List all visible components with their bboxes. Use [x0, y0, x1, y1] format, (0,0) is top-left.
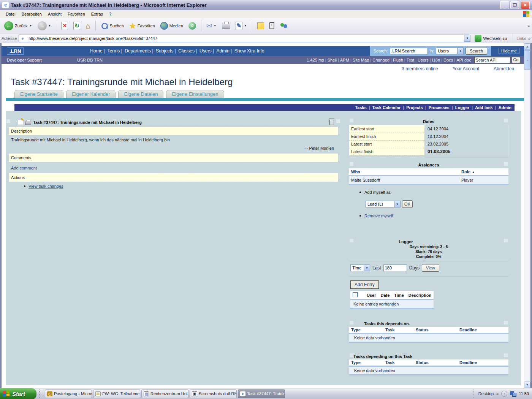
lrn-search-input[interactable]	[390, 48, 428, 54]
nav-home[interactable]: Home	[90, 48, 107, 54]
menu-ansicht[interactable]: Ansicht	[45, 11, 64, 17]
menu-hilfe[interactable]: ?	[106, 11, 114, 17]
messenger-button[interactable]	[278, 21, 290, 30]
nav-terms[interactable]: Terms	[107, 48, 125, 54]
ctx-processes[interactable]: Processes	[429, 105, 455, 110]
search-button-toolbar[interactable]: Suchen	[99, 21, 126, 31]
nav-classes[interactable]: Classes	[178, 48, 200, 54]
your-account-link[interactable]: Your Account	[453, 66, 479, 71]
developer-support-label[interactable]: Developer Support	[7, 58, 77, 62]
scroll-up-button[interactable]: ▲	[524, 43, 530, 50]
ctx-task-calendar[interactable]: Task Calendar	[372, 105, 406, 110]
search-scope-select[interactable]: Users ▼	[436, 48, 464, 54]
hide-tray-icons-button[interactable]: ‹	[501, 391, 507, 397]
links-label[interactable]: Links	[516, 36, 526, 41]
members-online[interactable]: 3 members online	[402, 66, 438, 71]
mail-button[interactable]: ✉▼	[204, 21, 218, 30]
scroll-thumb[interactable]: ≡	[524, 50, 530, 70]
tab-eigene-dateien[interactable]: Eigene Dateien	[118, 90, 163, 98]
back-dropdown-icon[interactable]: ▼	[29, 24, 32, 27]
dev-users[interactable]: Users	[418, 58, 432, 62]
dev-i18n[interactable]: I18n	[432, 58, 443, 62]
minimize-button[interactable]: _	[500, 1, 509, 9]
taskbar-button-document[interactable]: ▤ Rechenzentrum Uni K...	[141, 390, 188, 398]
links-chevron[interactable]: »	[528, 36, 530, 41]
dev-docs[interactable]: Docs	[443, 58, 456, 62]
url-dropdown-button[interactable]: ▼	[464, 35, 470, 42]
taskbar-button-mail[interactable]: ✉ FW: WG: Teilnahme v...	[93, 390, 140, 398]
dev-shell[interactable]: Shell	[328, 58, 340, 62]
ctx-logger[interactable]: Logger	[455, 105, 475, 110]
role-select[interactable]: Lead (L) ▼	[366, 201, 401, 207]
view-task-changes-link[interactable]: View task changes	[28, 184, 63, 188]
print-button[interactable]	[220, 22, 232, 30]
remove-myself-link[interactable]: Remove myself	[364, 214, 393, 218]
desktop-chevron[interactable]: »	[496, 391, 499, 396]
scroll-down-button[interactable]: ▼	[524, 382, 530, 388]
dev-changed[interactable]: Changed	[372, 58, 393, 62]
ok-button[interactable]: OK	[402, 200, 413, 208]
col-deadline[interactable]: Deadline	[457, 359, 508, 366]
view-button[interactable]: View	[422, 264, 439, 272]
ctx-admin[interactable]: Admin	[499, 105, 511, 110]
dev-flush[interactable]: Flush	[393, 58, 407, 62]
api-go-button[interactable]: Go	[511, 57, 520, 63]
taskbar-button-ie-task[interactable]: e Task #37447: Trainin...	[238, 390, 285, 398]
nav-admin[interactable]: Admin	[217, 48, 234, 54]
edit-button[interactable]: ✎▼	[234, 21, 249, 31]
ctx-tasks[interactable]: Tasks	[355, 105, 372, 110]
stop-button[interactable]: ✕	[59, 21, 70, 31]
last-days-input[interactable]	[383, 264, 407, 271]
close-button[interactable]: ✕	[521, 1, 530, 9]
discuss-button[interactable]	[255, 21, 266, 30]
favorites-button[interactable]: ★ Favoriten	[127, 21, 157, 31]
nav-departments[interactable]: Departments	[125, 48, 156, 54]
col-status[interactable]: Status	[413, 359, 457, 366]
restore-button[interactable]: ❐	[510, 1, 519, 9]
forward-dropdown-icon[interactable]: ▼	[48, 24, 51, 27]
nav-subjects[interactable]: Subjects	[156, 48, 178, 54]
time-select[interactable]: Time ▼	[350, 264, 370, 271]
col-deadline[interactable]: Deadline	[457, 327, 508, 334]
refresh-button[interactable]: ↻	[71, 21, 82, 31]
messenger-device-button[interactable]: *	[268, 21, 276, 30]
menu-datei[interactable]: Datei	[3, 11, 18, 17]
dev-apm[interactable]: APM	[340, 58, 353, 62]
home-button[interactable]: ⌂	[84, 21, 92, 31]
add-comment-link[interactable]: Add comment	[11, 166, 37, 170]
ctx-projects[interactable]: Projects	[406, 105, 429, 110]
tab-eigene-einstellungen[interactable]: Eigene Einstellungen	[166, 90, 224, 98]
desktop-toolbar-label[interactable]: Desktop	[478, 391, 494, 396]
tab-eigene-startseite[interactable]: Eigene Startseite	[14, 90, 63, 98]
taskbar-button-outlook[interactable]: ◷ Posteingang - Micros...	[45, 390, 92, 398]
checkbox[interactable]	[353, 292, 358, 297]
forward-button[interactable]: → ▼	[36, 20, 53, 32]
network-tray-icon[interactable]	[510, 391, 516, 396]
api-search-input[interactable]	[474, 57, 510, 63]
media-button[interactable]: Medien	[158, 21, 185, 31]
search-submit-button[interactable]: Search	[466, 47, 487, 55]
menu-extras[interactable]: Extras	[89, 11, 106, 17]
back-button[interactable]: ← Zurück ▼	[2, 20, 34, 32]
history-button[interactable]: ↺	[187, 21, 198, 31]
toolbar-overflow-chevron[interactable]: »	[527, 24, 530, 28]
start-button[interactable]: Start	[0, 388, 36, 399]
taskbar-button-screenshots[interactable]: ▣ Screenshots dotLRN....	[190, 390, 237, 398]
lrn-logo[interactable]: .LRN	[7, 48, 24, 55]
dev-sitemap[interactable]: Site Map	[353, 58, 372, 62]
menu-bearbeiten[interactable]: Bearbeiten	[19, 11, 44, 17]
go-button[interactable]: → Wechseln zu	[472, 35, 509, 42]
menu-favoriten[interactable]: Favoriten	[65, 11, 88, 17]
dev-test[interactable]: Test	[407, 58, 418, 62]
ctx-add-task[interactable]: Add task	[475, 105, 499, 110]
logout-link[interactable]: Abmelden	[494, 66, 514, 71]
col-who[interactable]: Who	[349, 168, 459, 176]
print-task-icon[interactable]	[25, 121, 31, 125]
nav-show-xtra-info[interactable]: Show Xtra Info	[234, 48, 264, 54]
url-input[interactable]: e http://www.theservice.de/project-manag…	[19, 35, 469, 42]
edit-task-icon[interactable]	[18, 120, 23, 125]
vertical-scrollbar[interactable]: ▲ ≡ ▼	[524, 43, 530, 388]
delete-task-icon[interactable]	[329, 120, 334, 125]
tab-eigener-kalender[interactable]: Eigener Kalender	[66, 90, 116, 98]
dev-apidoc[interactable]: API doc	[456, 58, 471, 62]
